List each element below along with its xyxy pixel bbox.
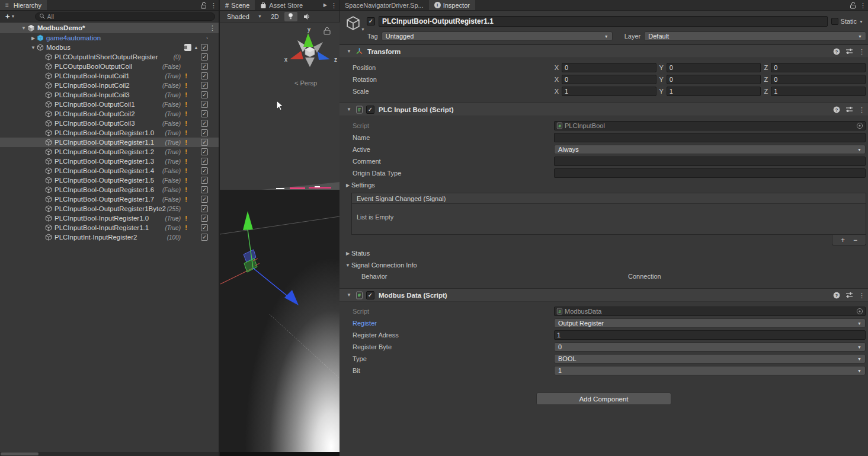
foldout-arrow-icon[interactable]: ▼ <box>345 49 353 54</box>
component-menu-icon[interactable]: ⋮ <box>859 49 863 55</box>
gameobject-name-field[interactable] <box>379 16 828 27</box>
item-checkbox[interactable]: ✓ <box>201 72 208 79</box>
vector-x-input[interactable] <box>562 63 656 72</box>
item-checkbox[interactable]: ✓ <box>201 167 208 174</box>
collapse-triangle-icon[interactable]: ▲ <box>194 45 198 50</box>
scene-menu-icon[interactable]: ⋮ <box>209 25 214 31</box>
vector-z-input[interactable] <box>771 75 866 84</box>
hierarchy-menu-icon[interactable]: ⋮ <box>210 2 215 8</box>
add-component-button[interactable]: Add Component <box>536 393 671 405</box>
origin-data-type-input[interactable] <box>554 168 866 178</box>
item-checkbox[interactable]: ✓ <box>201 110 208 117</box>
component-header-modbus-data-script[interactable]: ▼#✓Modbus Data (Script)?⋮ <box>339 289 868 302</box>
vector-z-input[interactable] <box>771 63 866 72</box>
lock-icon[interactable] <box>850 2 856 9</box>
component-menu-icon[interactable]: ⋮ <box>859 107 863 113</box>
item-checkbox[interactable]: ✓ <box>201 139 208 146</box>
hierarchy-item-plcinputbool-outputregister1-6[interactable]: PLCInputBool-OutputRegister1.6(False)!✓ <box>0 185 219 194</box>
component-header-transform[interactable]: ▼Transform?⋮ <box>339 45 868 58</box>
item-checkbox[interactable]: ✓ <box>201 63 208 70</box>
item-checkbox[interactable]: ✓ <box>201 186 208 193</box>
hierarchy-item-plcinputbool-inputregister1-1[interactable]: PLCInputBool-InputRegister1.1(True)!✓ <box>0 223 219 232</box>
hierarchy-item-plcinputbool-outputregister1-0[interactable]: PLCInputBool-OutputRegister1.0(True)!✓ <box>0 128 219 138</box>
item-checkbox[interactable]: ✓ <box>201 120 208 127</box>
audio-toggle-button[interactable] <box>300 12 313 21</box>
hierarchy-search[interactable] <box>35 12 215 21</box>
foldout-arrow-icon[interactable]: ▼ <box>345 107 353 112</box>
hierarchy-item-plcoutpubooloutputcoil[interactable]: PLCOutpuBoolOutputCoil(False)!✓ <box>0 62 219 71</box>
hierarchy-item-game4automation[interactable]: ▶game4automation› <box>0 33 219 43</box>
chevron-right-icon[interactable]: › <box>206 36 208 41</box>
hierarchy-item-plcinputbool-outputregister1-4[interactable]: PLCInputBool-OutputRegister1.4(False)!✓ <box>0 166 219 176</box>
vector-y-input[interactable] <box>667 75 761 84</box>
item-checkbox[interactable]: ✓ <box>201 196 208 203</box>
item-checkbox[interactable]: ✓ <box>201 158 208 165</box>
projection-toggle[interactable]: < Persp <box>294 79 317 87</box>
item-checkbox[interactable]: ✓ <box>201 177 208 184</box>
object-field[interactable]: #PLCInputBool <box>554 121 866 130</box>
type-dropdown[interactable]: BOOL▼ <box>554 354 866 363</box>
item-checkbox[interactable]: ✓ <box>201 53 208 60</box>
hierarchy-item-plcinputbool-outputregister1-5[interactable]: PLCInputBool-OutputRegister1.5(False)!✓ <box>0 176 219 185</box>
hierarchy-item-plcinputbool-outputcoil1[interactable]: PLCInputBool-OutputCoil1(False)!✓ <box>0 100 219 109</box>
tab-overflow-icon[interactable]: ▶ <box>324 2 327 8</box>
item-checkbox[interactable]: ✓ <box>201 224 208 231</box>
tab-asset-store[interactable]: Asset Store <box>255 0 308 10</box>
gameobject-cube-icon[interactable]: ▼ <box>345 15 361 31</box>
hierarchy-item-modbus[interactable]: ▼Modbus▲✓ <box>0 43 219 52</box>
component-enabled-checkbox[interactable]: ✓ <box>366 106 374 114</box>
hierarchy-hscrollbar[interactable] <box>0 452 219 456</box>
hierarchy-item-plcinputbool-inputcoil2[interactable]: PLCInputBool-InputCoil2(False)!✓ <box>0 81 219 90</box>
hierarchy-item-plcinputbool-outputregister1-7[interactable]: PLCInputBool-OutputRegister1.7(False)!✓ <box>0 194 219 204</box>
item-checkbox[interactable]: ✓ <box>201 234 208 241</box>
foldout-arrow-icon[interactable]: ▶ <box>30 36 37 41</box>
vector-y-input[interactable] <box>667 87 761 96</box>
layer-dropdown[interactable]: Default ▼ <box>644 31 866 41</box>
register-byte-dropdown[interactable]: 0▼ <box>554 342 866 352</box>
item-checkbox[interactable]: ✓ <box>201 44 208 51</box>
object-picker-icon[interactable] <box>856 122 863 129</box>
help-icon[interactable]: ? <box>833 48 840 55</box>
foldout-arrow-icon[interactable]: ▼ <box>30 45 37 50</box>
hierarchy-search-input[interactable] <box>47 13 211 20</box>
hierarchy-item-plcoutputintshortoutputregister[interactable]: PLCOutputIntShortOutputRegister(0)!✓ <box>0 52 219 62</box>
scene-viewport[interactable]: y x z < Persp <box>220 23 339 452</box>
help-icon[interactable]: ? <box>833 106 840 113</box>
create-object-button[interactable]: +▼ <box>4 12 17 21</box>
active-dropdown[interactable]: Always▼ <box>554 145 866 154</box>
tab-inspector[interactable]: i Inspector <box>429 0 475 10</box>
hierarchy-item-plcinputbool-outputregister1-2[interactable]: PLCInputBool-OutputRegister1.2(True)!✓ <box>0 147 219 157</box>
shading-mode-dropdown[interactable]: Shaded ▼ <box>223 12 265 21</box>
remove-event-button[interactable]: − <box>853 236 857 244</box>
foldout-status[interactable]: ▶Status <box>339 248 868 259</box>
hierarchy-item-plcinputbool-inputregister1-0[interactable]: PLCInputBool-InputRegister1.0(True)!✓ <box>0 213 219 223</box>
scene-menu-icon[interactable]: ⋮ <box>331 2 335 8</box>
tab-hierarchy[interactable]: ≡ Hierarchy <box>0 0 47 10</box>
static-group[interactable]: Static ▼ <box>831 18 863 25</box>
hierarchy-item-plcinputbool-outputcoil3[interactable]: PLCInputBool-OutputCoil3(False)!✓ <box>0 119 219 128</box>
tab-spacenavigator[interactable]: SpaceNavigatorDriver.Sp... <box>339 0 429 10</box>
item-checkbox[interactable]: ✓ <box>201 205 208 212</box>
presets-icon[interactable] <box>845 48 853 55</box>
vector-x-input[interactable] <box>562 75 656 84</box>
foldout-signal-connection-info[interactable]: ▼Signal Connection Info <box>339 260 868 270</box>
hierarchy-item-plcinputbool-inputcoil1[interactable]: PLCInputBool-InputCoil1(True)!✓ <box>0 71 219 81</box>
tag-dropdown[interactable]: Untagged ▼ <box>382 31 613 41</box>
foldout-arrow-icon[interactable]: ▼ <box>345 292 353 298</box>
hierarchy-item-plcinputbool-inputcoil3[interactable]: PLCInputBool-InputCoil3(True)!✓ <box>0 90 219 100</box>
tab-scene[interactable]: # Scene <box>220 0 255 10</box>
hierarchy-item-plcinputbool-outputregister1byte2[interactable]: PLCInputBool-OutputRegister1Byte2(255)!✓ <box>0 204 219 213</box>
2d-toggle-button[interactable]: 2D <box>268 12 281 21</box>
register-dropdown[interactable]: Output Register▼ <box>554 318 866 328</box>
component-menu-icon[interactable]: ⋮ <box>859 292 863 298</box>
hierarchy-item-plcinputbool-outputcoil2[interactable]: PLCInputBool-OutputCoil2(True)!✓ <box>0 109 219 119</box>
object-field[interactable]: #ModbusData <box>554 307 866 316</box>
hierarchy-item-plcinputint-inputregister2[interactable]: PLCInputInt-InputRegister2(100)!✓ <box>0 232 219 242</box>
component-header-plc-input-bool-script[interactable]: ▼#✓PLC Input Bool (Script)?⋮ <box>339 103 868 116</box>
active-checkbox[interactable]: ✓ <box>367 17 375 25</box>
add-event-button[interactable]: + <box>841 236 845 244</box>
item-checkbox[interactable]: ✓ <box>201 82 208 89</box>
prefab-override-icon[interactable] <box>184 44 191 51</box>
item-checkbox[interactable]: ✓ <box>201 101 208 108</box>
scene-row[interactable]: ▼ ModbusDemo* ⋮ <box>0 23 219 33</box>
